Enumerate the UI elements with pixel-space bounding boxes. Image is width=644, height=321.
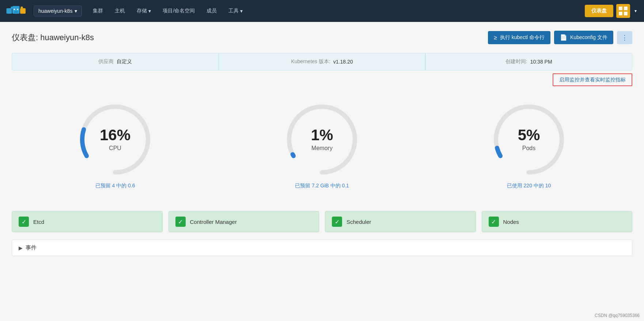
pods-gauge-wrapper: 5% Pods [489, 99, 569, 180]
pods-label: Pods [522, 145, 535, 152]
etcd-check-icon: ✓ [19, 217, 29, 227]
nodes-label: Nodes [503, 219, 519, 225]
svg-rect-4 [21, 7, 23, 9]
navbar: huaweiyun-k8s 集群 主机 存储 项目/命名空间 成员 工具 仪表盘 [0, 0, 644, 22]
svg-rect-1 [12, 6, 20, 14]
svg-rect-12 [624, 12, 628, 15]
svg-point-6 [17, 9, 18, 10]
svg-rect-2 [20, 8, 26, 14]
svg-point-5 [14, 9, 15, 10]
kubectl-button[interactable]: ≥ 执行 kubectl 命令行 [488, 31, 550, 44]
nav-item-storage[interactable]: 存储 [132, 5, 156, 17]
page-header: 仪表盘: huaweiyun-k8s ≥ 执行 kubectl 命令行 📄 Ku… [12, 31, 632, 44]
svg-point-8 [16, 12, 18, 13]
controller-manager-label: Controller Manager [190, 219, 237, 225]
monitoring-link[interactable]: 启用监控并查看实时监控指标 [559, 77, 626, 83]
events-section: 事件 [12, 240, 632, 256]
svg-rect-9 [619, 7, 622, 10]
gauges-section: 16% CPU 已预留 4 中的 0.6 1% Memory 已预留 7.2 G… [12, 92, 632, 196]
cpu-gauge-center: 16% CPU [100, 127, 130, 152]
status-card-scheduler: ✓ Scheduler [325, 211, 476, 232]
status-card-nodes: ✓ Nodes [482, 211, 633, 232]
more-options-button[interactable]: ⋮ [617, 31, 632, 44]
cpu-gauge: 16% CPU 已预留 4 中的 0.6 [12, 99, 219, 189]
cpu-percent: 16% [100, 127, 130, 143]
status-card-etcd: ✓ Etcd [12, 211, 163, 232]
monitoring-link-box[interactable]: 启用监控并查看实时监控指标 [553, 73, 632, 86]
dashboard-button[interactable]: 仪表盘 [585, 5, 613, 17]
info-bar: 供应商 自定义 Kubernetes 版本: v1.18.20 创建时间: 10… [12, 53, 632, 70]
pods-gauge: 5% Pods 已使用 220 中的 10 [425, 99, 632, 189]
monitoring-link-bar: 启用监控并查看实时监控指标 [12, 73, 632, 86]
events-expand-icon [19, 245, 23, 251]
events-header[interactable]: 事件 [12, 240, 632, 256]
cpu-label: CPU [109, 145, 121, 152]
nav-item-project[interactable]: 项目/命名空间 [158, 5, 200, 17]
nav-items: 集群 主机 存储 项目/命名空间 成员 工具 [88, 5, 582, 17]
nav-item-tools[interactable]: 工具 [223, 5, 248, 17]
terminal-icon: ≥ [494, 34, 497, 41]
document-icon: 📄 [560, 34, 567, 41]
nav-item-member[interactable]: 成员 [201, 5, 222, 17]
user-dropdown-icon[interactable] [633, 7, 638, 15]
events-title: 事件 [26, 244, 37, 251]
cluster-name: huaweiyun-k8s [38, 8, 72, 14]
scheduler-label: Scheduler [346, 219, 371, 225]
page-actions: ≥ 执行 kubectl 命令行 📄 Kubeconfig 文件 ⋮ [488, 31, 632, 44]
watermark: CSDN @qq759035366 [595, 313, 640, 318]
memory-gauge-wrapper: 1% Memory [282, 99, 362, 180]
nodes-check-icon: ✓ [489, 217, 499, 227]
svg-rect-3 [11, 7, 13, 9]
cluster-dropdown-icon [75, 8, 77, 14]
memory-percent: 1% [311, 127, 333, 143]
controller-manager-check-icon: ✓ [175, 217, 186, 227]
info-created-time: 创建时间: 10:38 PM [425, 53, 632, 70]
svg-rect-11 [619, 12, 622, 15]
pods-gauge-center: 5% Pods [518, 127, 540, 152]
memory-gauge-center: 1% Memory [311, 127, 333, 152]
cpu-gauge-wrapper: 16% CPU [75, 99, 155, 180]
kubeconfig-button[interactable]: 📄 Kubeconfig 文件 [554, 31, 613, 44]
page-title: 仪表盘: huaweiyun-k8s [12, 32, 94, 43]
svg-rect-0 [7, 8, 12, 14]
nav-right: 仪表盘 [585, 4, 638, 18]
nav-item-cluster[interactable]: 集群 [88, 5, 108, 17]
scheduler-check-icon: ✓ [332, 217, 342, 227]
info-k8s-version: Kubernetes 版本: v1.18.20 [219, 53, 425, 70]
pods-percent: 5% [518, 127, 540, 143]
tools-dropdown-icon [240, 8, 243, 14]
user-avatar[interactable] [616, 4, 630, 18]
memory-gauge: 1% Memory 已预留 7.2 GiB 中的 0.1 [219, 99, 425, 189]
status-card-controller-manager: ✓ Controller Manager [168, 211, 319, 232]
cluster-selector[interactable]: huaweiyun-k8s [34, 5, 82, 16]
svg-point-7 [14, 12, 16, 13]
memory-label: Memory [311, 145, 333, 152]
page-content: 仪表盘: huaweiyun-k8s ≥ 执行 kubectl 命令行 📄 Ku… [0, 22, 644, 321]
nav-item-host[interactable]: 主机 [110, 5, 130, 17]
storage-dropdown-icon [148, 8, 151, 14]
logo [6, 4, 28, 18]
etcd-label: Etcd [33, 219, 44, 225]
info-provider: 供应商 自定义 [12, 53, 219, 70]
svg-rect-10 [624, 7, 628, 10]
status-cards: ✓ Etcd ✓ Controller Manager ✓ Scheduler … [12, 211, 632, 232]
